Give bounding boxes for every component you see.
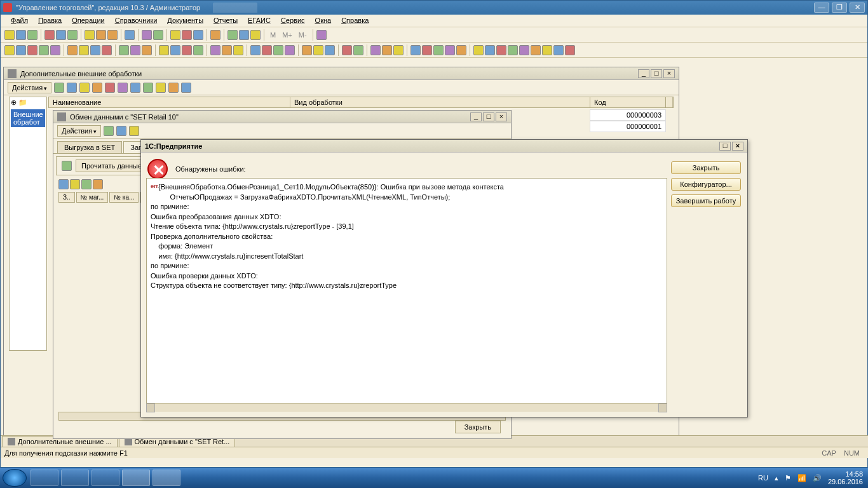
- t2-icon[interactable]: [456, 45, 466, 55]
- col-ka[interactable]: № ка...: [109, 192, 139, 203]
- maximize-button[interactable]: □: [651, 69, 662, 78]
- paste-icon[interactable]: [67, 30, 78, 40]
- menu-reports[interactable]: Отчеты: [208, 15, 243, 27]
- mem-m[interactable]: M: [268, 31, 278, 39]
- find-icon[interactable]: [125, 30, 135, 40]
- tray-flag-icon[interactable]: ⚑: [785, 474, 791, 482]
- sort-desc-icon[interactable]: [93, 179, 103, 189]
- t2-icon[interactable]: [542, 45, 552, 55]
- calc-icon[interactable]: [250, 30, 261, 40]
- t2-icon[interactable]: [565, 45, 575, 55]
- col-name[interactable]: Наименование: [49, 97, 290, 107]
- t2-icon[interactable]: [50, 45, 60, 55]
- refresh-icon[interactable]: [143, 83, 153, 93]
- move-icon[interactable]: [130, 83, 140, 93]
- t2-icon[interactable]: [262, 45, 272, 55]
- window-titlebar[interactable]: Дополнительные внешние обработки _ □ ×: [4, 67, 679, 80]
- sort-asc-icon[interactable]: [81, 179, 92, 189]
- t2-icon[interactable]: [313, 45, 323, 55]
- t2-icon[interactable]: [302, 45, 312, 55]
- calendar-icon[interactable]: [239, 30, 249, 40]
- window-titlebar[interactable]: Обмен данными с "SET Retail 10" _ □ ×: [53, 111, 511, 123]
- t2-icon[interactable]: [250, 45, 261, 55]
- close-button[interactable]: ×: [732, 142, 743, 151]
- browser-tab[interactable]: [213, 3, 257, 13]
- menu-catalogs[interactable]: Справочники: [110, 15, 163, 27]
- t2-icon[interactable]: [325, 45, 335, 55]
- t2-icon[interactable]: [170, 45, 180, 55]
- task-explorer[interactable]: [61, 470, 89, 486]
- t2-icon[interactable]: [531, 45, 541, 55]
- maximize-button[interactable]: □: [719, 142, 731, 151]
- minimize-button[interactable]: —: [814, 3, 829, 13]
- tray-network-icon[interactable]: 📶: [797, 474, 806, 482]
- settings-icon[interactable]: [116, 126, 126, 136]
- tool-icon[interactable]: [142, 30, 152, 40]
- t2-icon[interactable]: [410, 45, 421, 55]
- cut-icon[interactable]: [44, 30, 55, 40]
- edit-icon[interactable]: [92, 83, 102, 93]
- wrench-icon[interactable]: [316, 30, 327, 40]
- new-icon[interactable]: [4, 30, 15, 40]
- close-button[interactable]: Закрыть: [455, 421, 501, 433]
- t2-icon[interactable]: [39, 45, 49, 55]
- tool3-icon[interactable]: [170, 30, 180, 40]
- task-chrome[interactable]: [122, 470, 150, 486]
- t2-icon[interactable]: [285, 45, 295, 55]
- t2-icon[interactable]: [485, 45, 495, 55]
- t2-icon[interactable]: [433, 45, 444, 55]
- t2-icon[interactable]: [233, 45, 243, 55]
- maximize-button[interactable]: ❐: [832, 3, 847, 13]
- t2-icon[interactable]: [496, 45, 506, 55]
- t2-icon[interactable]: [90, 45, 100, 55]
- save-icon[interactable]: [27, 30, 37, 40]
- scroll-left-icon[interactable]: [146, 403, 155, 412]
- code-value[interactable]: 000000001: [590, 121, 666, 132]
- menu-service[interactable]: Сервис: [276, 15, 310, 27]
- configurator-button[interactable]: Конфигуратор...: [671, 178, 741, 191]
- doc-icon[interactable]: [227, 30, 238, 40]
- tree-item-selected[interactable]: Внешние обработ: [11, 109, 45, 127]
- tree-panel[interactable]: ⊕ 📁 Внешние обработ: [9, 97, 47, 351]
- col-code[interactable]: Код: [590, 97, 666, 108]
- col-mag[interactable]: № маг...: [76, 192, 109, 203]
- undo-icon[interactable]: [96, 30, 106, 40]
- t2-icon[interactable]: [393, 45, 403, 55]
- scroll-right-icon[interactable]: [658, 403, 667, 412]
- execute-icon[interactable]: [104, 126, 114, 136]
- end-work-button[interactable]: Завершить работу: [671, 194, 741, 207]
- actions-button[interactable]: Действия▾: [8, 82, 51, 93]
- tool5-icon[interactable]: [193, 30, 203, 40]
- t2-icon[interactable]: [370, 45, 381, 55]
- code-value[interactable]: 000000003: [590, 109, 666, 121]
- scrollbar-h[interactable]: [146, 403, 667, 412]
- list-icon[interactable]: [58, 179, 69, 189]
- error-body[interactable]: err{ВнешняяОбработка.ОбменРозница1_Сет10…: [146, 178, 667, 412]
- t2-icon[interactable]: [519, 45, 529, 55]
- t2-icon[interactable]: [159, 45, 169, 55]
- list2-icon[interactable]: [70, 179, 80, 189]
- task-1c[interactable]: [153, 470, 180, 486]
- task-ie[interactable]: [31, 470, 58, 486]
- tray-clock[interactable]: 14:58 29.06.2016: [828, 470, 863, 485]
- hierarchy-icon[interactable]: [118, 83, 128, 93]
- maximize-button[interactable]: □: [483, 112, 494, 121]
- mem-mm[interactable]: M-: [296, 31, 309, 39]
- col-idx[interactable]: З..: [58, 192, 75, 203]
- menu-windows[interactable]: Окна: [310, 15, 337, 27]
- t2-icon[interactable]: [102, 45, 112, 55]
- dialog-titlebar[interactable]: 1С:Предприятие □ ×: [141, 140, 747, 152]
- t2-icon[interactable]: [67, 45, 78, 55]
- minimize-button[interactable]: _: [638, 69, 649, 78]
- copy-icon[interactable]: [56, 30, 66, 40]
- t2-icon[interactable]: [4, 45, 15, 55]
- t2-icon[interactable]: [182, 45, 192, 55]
- close-button[interactable]: Закрыть: [671, 161, 741, 174]
- t2-icon[interactable]: [79, 45, 89, 55]
- close-button[interactable]: ✕: [850, 3, 865, 13]
- copy-icon[interactable]: [79, 83, 90, 93]
- t2-icon[interactable]: [193, 45, 203, 55]
- menu-edit[interactable]: Правка: [33, 15, 67, 27]
- start-button[interactable]: [3, 469, 27, 487]
- redo-icon[interactable]: [107, 30, 118, 40]
